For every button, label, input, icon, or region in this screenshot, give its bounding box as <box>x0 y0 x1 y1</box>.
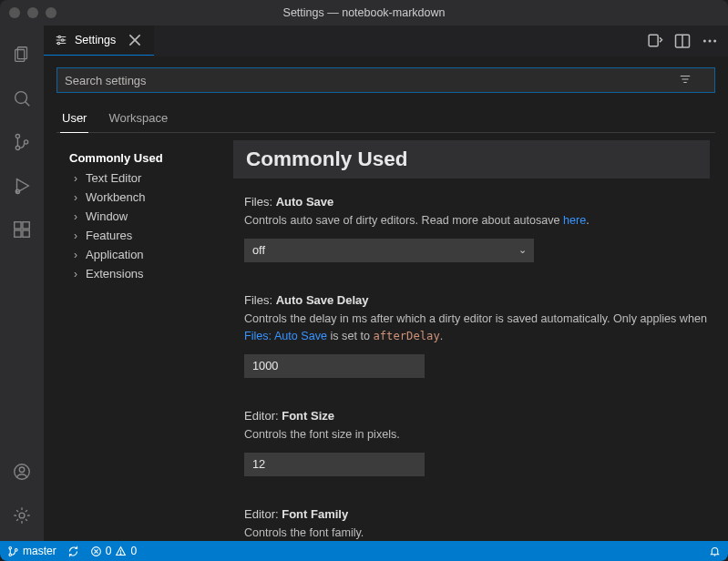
svg-point-4 <box>15 134 19 138</box>
chevron-right-icon: › <box>69 230 82 242</box>
settings-list: Commonly Used Files: Auto Save Controls … <box>228 140 715 541</box>
group-title: Commonly Used <box>233 140 710 178</box>
svg-point-14 <box>19 467 25 473</box>
error-count: 0 <box>106 545 112 557</box>
error-icon <box>90 546 102 557</box>
close-window-icon[interactable] <box>9 7 20 18</box>
svg-point-29 <box>713 39 716 42</box>
setting-scope: Files: <box>244 293 272 307</box>
setting-desc: Controls the font size in pixels. <box>244 426 710 444</box>
more-actions-icon[interactable] <box>701 32 719 50</box>
window-controls <box>9 7 56 18</box>
chevron-right-icon: › <box>69 210 82 223</box>
open-settings-json-icon[interactable] <box>646 32 664 50</box>
setting-name: Auto Save Delay <box>276 293 369 307</box>
toc-item-label: Application <box>86 248 144 261</box>
svg-rect-9 <box>15 222 21 229</box>
explorer-icon[interactable] <box>0 35 44 75</box>
status-bar: master 0 0 <box>0 541 728 561</box>
svg-point-21 <box>57 42 59 44</box>
settings-gear-icon[interactable] <box>0 495 44 536</box>
setting-scope: Files: <box>244 195 272 209</box>
problems-item[interactable]: 0 0 <box>90 545 137 557</box>
git-branch-icon <box>7 546 19 557</box>
scope-tab-user[interactable]: User <box>60 106 88 133</box>
titlebar: Settings — notebook-markdown <box>0 0 728 26</box>
chevron-right-icon: › <box>69 172 82 185</box>
auto-save-select[interactable]: off <box>244 239 534 262</box>
close-icon[interactable] <box>127 32 143 48</box>
setting-name: Auto Save <box>276 195 334 209</box>
split-editor-icon[interactable] <box>673 32 692 50</box>
tab-bar: Settings <box>44 26 728 56</box>
svg-rect-12 <box>23 222 29 229</box>
setting-desc: Controls the delay in ms after which a d… <box>244 311 710 345</box>
minimize-window-icon[interactable] <box>27 7 38 18</box>
chevron-right-icon: › <box>69 249 82 261</box>
toc-item-label: Text Editor <box>86 171 141 185</box>
warning-icon <box>115 546 127 557</box>
svg-point-40 <box>120 553 121 554</box>
accounts-icon[interactable] <box>0 452 44 492</box>
svg-point-2 <box>15 92 27 104</box>
toc-item-application[interactable]: ›Application <box>69 245 224 264</box>
setting-desc: Controls auto save of dirty editors. Rea… <box>244 212 710 230</box>
svg-point-15 <box>19 513 25 518</box>
tab-settings[interactable]: Settings <box>44 26 154 56</box>
source-control-icon[interactable] <box>0 122 44 162</box>
svg-point-20 <box>62 39 64 41</box>
toc-item-window[interactable]: ›Window <box>69 207 224 226</box>
toc-item-extensions[interactable]: ›Extensions <box>69 264 224 283</box>
svg-rect-1 <box>15 50 25 62</box>
toc-item-label: Window <box>86 209 128 223</box>
toc-item-label: Workbench <box>86 190 146 204</box>
autosave-link[interactable]: here <box>563 214 586 227</box>
toc-item-label: Extensions <box>86 267 144 280</box>
svg-rect-11 <box>23 230 29 237</box>
extensions-icon[interactable] <box>0 209 44 250</box>
activity-bar <box>0 26 44 541</box>
chevron-right-icon: › <box>69 191 82 204</box>
tab-label: Settings <box>75 34 116 46</box>
window-title: Settings — notebook-markdown <box>0 6 728 19</box>
setting-desc: Controls the font family. <box>244 525 710 541</box>
svg-point-33 <box>9 546 12 549</box>
search-icon[interactable] <box>0 78 44 118</box>
font-size-input[interactable] <box>244 453 425 476</box>
setting-font-size: Editor: Font Size Controls the font size… <box>244 409 710 476</box>
feedback-item[interactable] <box>709 546 721 557</box>
toc-item-features[interactable]: ›Features <box>69 226 224 245</box>
auto-save-delay-input[interactable] <box>244 354 425 378</box>
branch-name: master <box>23 545 56 557</box>
run-debug-icon[interactable] <box>0 166 44 206</box>
auto-save-cross-link[interactable]: Files: Auto Save <box>244 330 327 342</box>
slider-icon <box>55 34 67 46</box>
toc-heading[interactable]: Commonly Used <box>69 148 224 168</box>
svg-point-27 <box>703 39 706 42</box>
setting-auto-save-delay: Files: Auto Save Delay Controls the dela… <box>244 293 710 378</box>
bell-icon <box>709 546 721 557</box>
svg-point-5 <box>15 146 19 149</box>
setting-name: Font Family <box>282 507 348 521</box>
scope-tabs: User Workspace <box>56 106 715 133</box>
svg-rect-24 <box>649 35 658 46</box>
toc-item-label: Features <box>86 229 132 242</box>
search-input[interactable] <box>56 67 715 93</box>
setting-scope: Editor: <box>244 409 279 423</box>
svg-rect-10 <box>15 230 21 237</box>
zoom-window-icon[interactable] <box>46 7 56 18</box>
sync-item[interactable] <box>67 546 79 557</box>
svg-point-35 <box>15 548 17 551</box>
toc-item-workbench[interactable]: ›Workbench <box>69 188 224 207</box>
git-branch-item[interactable]: master <box>7 545 56 557</box>
scope-tab-workspace[interactable]: Workspace <box>107 106 169 132</box>
svg-line-3 <box>26 102 30 107</box>
filter-icon[interactable] <box>679 73 692 88</box>
setting-auto-save: Files: Auto Save Controls auto save of d… <box>244 195 710 262</box>
sync-icon <box>67 546 79 557</box>
setting-font-family: Editor: Font Family Controls the font fa… <box>244 507 710 541</box>
literal-value: afterDelay <box>373 330 439 342</box>
svg-point-6 <box>24 140 27 144</box>
toc-item-text-editor[interactable]: ›Text Editor <box>69 168 224 188</box>
settings-toc: Commonly Used ›Text Editor ›Workbench ›W… <box>56 140 228 541</box>
